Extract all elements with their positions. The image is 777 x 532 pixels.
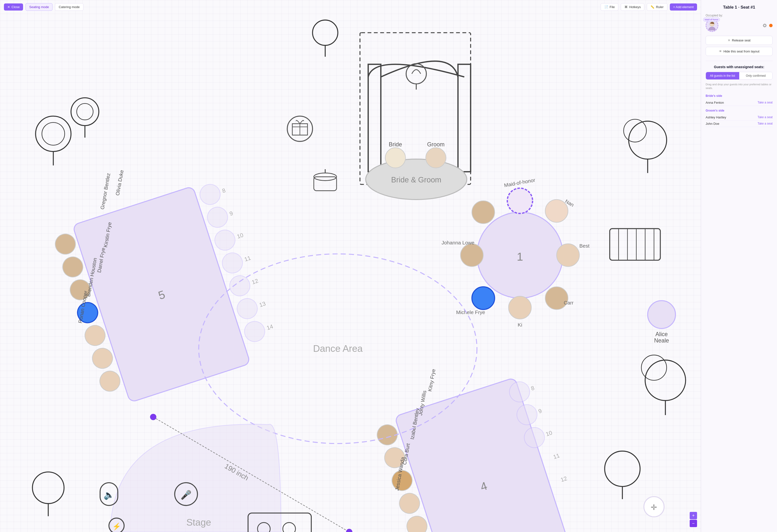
- svg-text:Alice: Alice: [655, 331, 668, 337]
- svg-point-78: [397, 491, 422, 516]
- alice-neale: Alice Neale: [648, 300, 675, 344]
- close-icon: ✕: [7, 5, 10, 9]
- tree-topleft-1: [35, 116, 71, 165]
- svg-text:✛: ✛: [651, 503, 657, 512]
- canvas-area: ✕ Close Seating mode Catering mode 📄 Fil…: [0, 0, 701, 532]
- release-seat-button[interactable]: ✕ Release seat: [706, 36, 773, 45]
- ceremony-arch: Bride & Groom Bride Groom: [360, 33, 471, 200]
- scene-svg: Bride & Groom Bride Groom 1: [0, 14, 701, 532]
- seating-mode-label: Seating mode: [29, 5, 49, 9]
- hide-seat-label: Hide this seat from layout: [724, 49, 760, 53]
- svg-point-26: [545, 287, 568, 310]
- filter-confirmed-tab[interactable]: Only confirmed: [739, 72, 773, 80]
- john-doe-row: John Doe Take a seat: [706, 121, 773, 127]
- zoom-in-button[interactable]: +: [690, 512, 697, 519]
- x-icon: ✕: [728, 38, 731, 42]
- svg-point-60: [234, 296, 260, 321]
- ruler-button[interactable]: 📏 Ruler: [647, 3, 667, 11]
- close-button[interactable]: ✕ Close: [4, 3, 23, 11]
- svg-point-54: [97, 369, 123, 394]
- svg-text:🎤: 🎤: [181, 490, 192, 500]
- ruler-label: Ruler: [656, 5, 663, 9]
- svg-point-79: [404, 513, 430, 532]
- add-element-button[interactable]: + Add element: [670, 3, 697, 11]
- bride-groom-label: Bride & Groom: [391, 175, 441, 184]
- svg-text:🔈: 🔈: [104, 490, 115, 500]
- svg-point-61: [242, 319, 267, 344]
- tree-right-2: [641, 355, 685, 415]
- john-doe-name: John Doe: [706, 122, 719, 126]
- svg-point-0: [35, 116, 71, 151]
- svg-point-101: [283, 522, 296, 532]
- svg-point-59: [227, 273, 253, 299]
- hotkeys-icon: ⌘: [625, 5, 628, 9]
- piano: [610, 229, 660, 260]
- svg-text:Maid-of-honor: Maid-of-honor: [504, 177, 535, 188]
- svg-point-4: [77, 104, 93, 120]
- avatar-container: Maid-of-honor: [706, 19, 718, 32]
- svg-text:12: 12: [251, 277, 259, 286]
- panel-title: Table 1 · Seat #1: [706, 5, 773, 10]
- olivia-duke-label: Olivia Duke: [115, 169, 125, 196]
- ashley-hartley-name: Ashley Hartley: [706, 116, 726, 119]
- brides-side-group: Bride's side Anna Fenton Take a seat: [706, 94, 773, 106]
- seat-maid-of-honor[interactable]: [507, 188, 533, 214]
- john-doe-take-seat[interactable]: Take a seat: [758, 122, 773, 125]
- svg-point-44: [648, 300, 675, 328]
- occupied-label: Occupied by:: [706, 14, 773, 17]
- svg-text:Best: Best: [579, 243, 590, 249]
- occupied-row: Maid-of-honor: [706, 19, 773, 32]
- svg-text:14: 14: [266, 323, 274, 331]
- tree-right-1: [624, 119, 667, 173]
- svg-text:Gregnor Bentlez: Gregnor Bentlez: [99, 172, 111, 210]
- tree-topleft-2: [71, 98, 99, 138]
- seating-mode-button[interactable]: Seating mode: [25, 3, 52, 11]
- svg-text:12: 12: [560, 475, 568, 483]
- compass-icon[interactable]: ✛: [644, 497, 664, 517]
- svg-point-29: [461, 244, 483, 266]
- anna-fenton-row: Anna Fenton Take a seat: [706, 100, 773, 106]
- tree-bottomleft: [32, 472, 64, 516]
- cake-icon: [314, 169, 336, 191]
- svg-text:Neale: Neale: [654, 337, 669, 344]
- svg-text:9: 9: [538, 407, 543, 415]
- svg-point-55: [198, 182, 223, 207]
- catering-mode-label: Catering mode: [59, 5, 80, 9]
- svg-text:8: 8: [221, 187, 226, 194]
- ruler-point-start[interactable]: [150, 414, 156, 420]
- svg-point-49: [60, 254, 86, 280]
- svg-point-30: [472, 201, 495, 224]
- toolbar: ✕ Close Seating mode Catering mode 📄 Fil…: [0, 0, 701, 14]
- grooms-side-label: Groom's side: [706, 109, 773, 112]
- svg-point-107: [624, 119, 647, 142]
- ashley-hartley-take-seat[interactable]: Take a seat: [758, 116, 773, 119]
- zoom-out-button[interactable]: −: [690, 520, 697, 527]
- anna-fenton-take-seat[interactable]: Take a seat: [758, 101, 773, 104]
- zoom-in-icon: +: [692, 513, 695, 518]
- divider: [706, 61, 773, 61]
- gift-icon: [287, 116, 313, 141]
- svg-point-57: [212, 227, 238, 253]
- svg-text:9: 9: [229, 210, 234, 217]
- svg-point-6: [313, 20, 338, 45]
- file-button[interactable]: 📄 File: [601, 3, 619, 11]
- svg-point-53: [90, 346, 115, 371]
- hotkeys-button[interactable]: ⌘ Hotkeys: [621, 3, 644, 11]
- avatar-badge: Maid-of-honor: [703, 18, 720, 22]
- filter-all-tab[interactable]: All guests in the list: [706, 72, 739, 80]
- hide-seat-button[interactable]: 👁 Hide this seat from layout: [706, 47, 773, 56]
- file-icon: 📄: [604, 5, 608, 9]
- right-panel: Table 1 · Seat #1 Occupied by: Maid-of-h…: [701, 0, 777, 532]
- settings-icon[interactable]: [762, 23, 767, 28]
- svg-text:Carr: Carr: [564, 300, 573, 305]
- table1-number: 1: [517, 250, 523, 263]
- svg-rect-20: [314, 177, 336, 191]
- filter-confirmed-label: Only confirmed: [746, 74, 766, 78]
- svg-text:⚡: ⚡: [112, 522, 121, 531]
- svg-text:10: 10: [545, 429, 553, 437]
- occupied-icons: [762, 23, 773, 28]
- catering-mode-button[interactable]: Catering mode: [55, 3, 83, 11]
- ruler-point-end[interactable]: [346, 529, 352, 532]
- svg-text:10: 10: [236, 232, 244, 240]
- svg-point-14: [385, 148, 406, 168]
